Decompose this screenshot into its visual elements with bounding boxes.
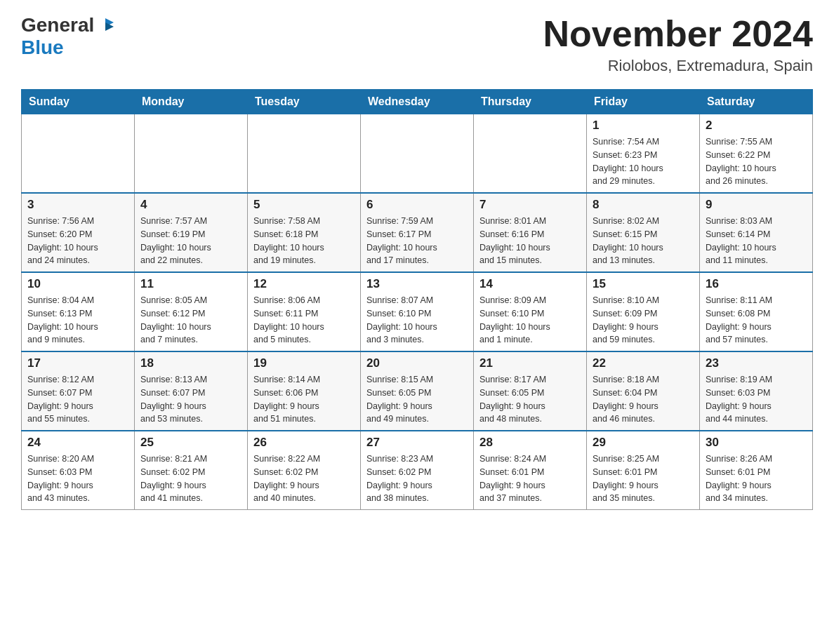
calendar-cell: 25Sunrise: 8:21 AMSunset: 6:02 PMDayligh… [135,431,248,510]
day-sun-info: Sunrise: 8:17 AMSunset: 6:05 PMDaylight:… [479,373,581,426]
day-sun-info: Sunrise: 8:10 AMSunset: 6:09 PMDaylight:… [593,294,694,347]
calendar-table: SundayMondayTuesdayWednesdayThursdayFrid… [21,89,813,510]
day-sun-info: Sunrise: 8:02 AMSunset: 6:15 PMDaylight:… [593,215,694,267]
calendar-cell: 12Sunrise: 8:06 AMSunset: 6:11 PMDayligh… [248,272,361,351]
calendar-cell: 18Sunrise: 8:13 AMSunset: 6:07 PMDayligh… [135,351,248,431]
calendar-cell: 4Sunrise: 7:57 AMSunset: 6:19 PMDaylight… [135,193,248,272]
day-sun-info: Sunrise: 8:18 AMSunset: 6:04 PMDaylight:… [593,373,694,426]
calendar-cell [474,114,587,194]
day-sun-info: Sunrise: 8:24 AMSunset: 6:01 PMDaylight:… [479,452,581,505]
calendar-cell: 19Sunrise: 8:14 AMSunset: 6:06 PMDayligh… [248,351,361,431]
day-number: 1 [593,119,694,133]
day-number: 11 [140,277,241,291]
weekday-header-sunday: Sunday [22,90,135,114]
calendar-cell: 30Sunrise: 8:26 AMSunset: 6:01 PMDayligh… [700,431,813,510]
day-number: 23 [706,356,807,370]
calendar-cell: 11Sunrise: 8:05 AMSunset: 6:12 PMDayligh… [135,272,248,351]
calendar-cell [248,114,361,194]
day-number: 28 [479,436,581,450]
day-number: 15 [593,277,694,291]
weekday-header-saturday: Saturday [700,90,813,114]
day-number: 19 [253,356,355,370]
page-title: November 2024 [543,14,813,54]
weekday-header-monday: Monday [135,90,248,114]
day-sun-info: Sunrise: 8:01 AMSunset: 6:16 PMDaylight:… [479,215,581,267]
day-number: 29 [593,436,694,450]
calendar-cell: 24Sunrise: 8:20 AMSunset: 6:03 PMDayligh… [22,431,135,510]
day-sun-info: Sunrise: 8:15 AMSunset: 6:05 PMDaylight:… [366,373,468,426]
calendar-cell: 3Sunrise: 7:56 AMSunset: 6:20 PMDaylight… [22,193,135,272]
day-sun-info: Sunrise: 8:21 AMSunset: 6:02 PMDaylight:… [140,452,241,505]
logo-text-blue: Blue [21,36,64,58]
calendar-cell: 27Sunrise: 8:23 AMSunset: 6:02 PMDayligh… [361,431,474,510]
day-number: 4 [140,198,241,212]
calendar-cell: 8Sunrise: 8:02 AMSunset: 6:15 PMDaylight… [587,193,700,272]
day-number: 26 [253,436,355,450]
calendar-cell: 10Sunrise: 8:04 AMSunset: 6:13 PMDayligh… [22,272,135,351]
calendar-cell: 5Sunrise: 7:58 AMSunset: 6:18 PMDaylight… [248,193,361,272]
day-number: 18 [140,356,241,370]
day-number: 17 [27,356,128,370]
calendar-cell: 1Sunrise: 7:54 AMSunset: 6:23 PMDaylight… [587,114,700,194]
day-number: 6 [366,198,468,212]
day-number: 8 [593,198,694,212]
day-number: 2 [706,119,807,133]
day-number: 30 [706,436,807,450]
day-sun-info: Sunrise: 7:56 AMSunset: 6:20 PMDaylight:… [27,215,128,267]
day-number: 12 [253,277,355,291]
day-number: 3 [27,198,128,212]
calendar-cell: 16Sunrise: 8:11 AMSunset: 6:08 PMDayligh… [700,272,813,351]
day-sun-info: Sunrise: 7:57 AMSunset: 6:19 PMDaylight:… [140,215,241,267]
calendar-cell: 6Sunrise: 7:59 AMSunset: 6:17 PMDaylight… [361,193,474,272]
day-number: 5 [253,198,355,212]
day-sun-info: Sunrise: 7:58 AMSunset: 6:18 PMDaylight:… [253,215,355,267]
day-number: 14 [479,277,581,291]
day-number: 25 [140,436,241,450]
logo: General Blue [21,14,117,59]
day-sun-info: Sunrise: 8:19 AMSunset: 6:03 PMDaylight:… [706,373,807,426]
weekday-header-tuesday: Tuesday [248,90,361,114]
logo-flag-icon [95,15,115,35]
calendar-cell: 26Sunrise: 8:22 AMSunset: 6:02 PMDayligh… [248,431,361,510]
calendar-week-row: 1Sunrise: 7:54 AMSunset: 6:23 PMDaylight… [22,114,813,194]
calendar-week-row: 3Sunrise: 7:56 AMSunset: 6:20 PMDaylight… [22,193,813,272]
calendar-cell [361,114,474,194]
logo-text-general: General [21,14,94,36]
day-number: 16 [706,277,807,291]
day-sun-info: Sunrise: 8:09 AMSunset: 6:10 PMDaylight:… [479,294,581,347]
day-sun-info: Sunrise: 8:14 AMSunset: 6:06 PMDaylight:… [253,373,355,426]
day-sun-info: Sunrise: 8:05 AMSunset: 6:12 PMDaylight:… [140,294,241,347]
calendar-week-row: 10Sunrise: 8:04 AMSunset: 6:13 PMDayligh… [22,272,813,351]
calendar-cell: 7Sunrise: 8:01 AMSunset: 6:16 PMDaylight… [474,193,587,272]
day-sun-info: Sunrise: 8:13 AMSunset: 6:07 PMDaylight:… [140,373,241,426]
day-number: 27 [366,436,468,450]
calendar-cell: 15Sunrise: 8:10 AMSunset: 6:09 PMDayligh… [587,272,700,351]
day-sun-info: Sunrise: 8:23 AMSunset: 6:02 PMDaylight:… [366,452,468,505]
calendar-cell: 29Sunrise: 8:25 AMSunset: 6:01 PMDayligh… [587,431,700,510]
calendar-cell: 21Sunrise: 8:17 AMSunset: 6:05 PMDayligh… [474,351,587,431]
day-number: 9 [706,198,807,212]
calendar-cell: 13Sunrise: 8:07 AMSunset: 6:10 PMDayligh… [361,272,474,351]
day-number: 22 [593,356,694,370]
calendar-cell: 23Sunrise: 8:19 AMSunset: 6:03 PMDayligh… [700,351,813,431]
calendar-cell [22,114,135,194]
day-sun-info: Sunrise: 8:25 AMSunset: 6:01 PMDaylight:… [593,452,694,505]
weekday-header-wednesday: Wednesday [361,90,474,114]
calendar-cell [135,114,248,194]
day-sun-info: Sunrise: 8:07 AMSunset: 6:10 PMDaylight:… [366,294,468,347]
day-sun-info: Sunrise: 7:59 AMSunset: 6:17 PMDaylight:… [366,215,468,267]
calendar-cell: 28Sunrise: 8:24 AMSunset: 6:01 PMDayligh… [474,431,587,510]
day-number: 21 [479,356,581,370]
day-sun-info: Sunrise: 8:11 AMSunset: 6:08 PMDaylight:… [706,294,807,347]
weekday-header-thursday: Thursday [474,90,587,114]
page-subtitle: Riolobos, Extremadura, Spain [543,57,813,75]
page-header: General Blue November 2024 Riolobos, Ext… [21,14,813,75]
title-area: November 2024 Riolobos, Extremadura, Spa… [543,14,813,75]
day-sun-info: Sunrise: 8:26 AMSunset: 6:01 PMDaylight:… [706,452,807,505]
day-sun-info: Sunrise: 8:06 AMSunset: 6:11 PMDaylight:… [253,294,355,347]
day-sun-info: Sunrise: 7:54 AMSunset: 6:23 PMDaylight:… [593,135,694,188]
calendar-cell: 2Sunrise: 7:55 AMSunset: 6:22 PMDaylight… [700,114,813,194]
day-sun-info: Sunrise: 8:22 AMSunset: 6:02 PMDaylight:… [253,452,355,505]
calendar-cell: 20Sunrise: 8:15 AMSunset: 6:05 PMDayligh… [361,351,474,431]
calendar-week-row: 24Sunrise: 8:20 AMSunset: 6:03 PMDayligh… [22,431,813,510]
